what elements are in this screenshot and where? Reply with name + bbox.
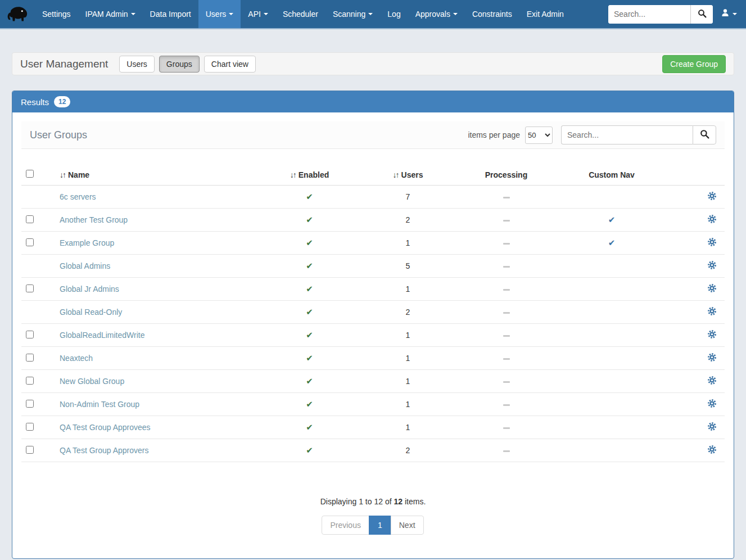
gear-icon[interactable] — [707, 306, 717, 316]
table-row: Global Admins✔5 — [21, 255, 725, 278]
nav-item-settings[interactable]: Settings — [35, 0, 78, 28]
group-name-link[interactable]: New Global Group — [60, 377, 124, 386]
global-search-input[interactable] — [608, 5, 690, 24]
actions-cell — [665, 324, 725, 347]
group-name-link[interactable]: Global Read-Only — [60, 308, 122, 317]
gear-icon[interactable] — [707, 260, 717, 270]
nav-item-label: Scanning — [333, 10, 365, 19]
users-count-cell: 5 — [361, 255, 454, 278]
group-name-link[interactable]: Neaxtech — [60, 354, 93, 363]
row-checkbox[interactable] — [26, 238, 34, 246]
processing-cell — [454, 255, 558, 278]
user-menu[interactable] — [721, 8, 737, 20]
gear-icon[interactable] — [707, 353, 717, 362]
page-title: User Management — [20, 58, 108, 70]
enabled-cell: ✔ — [257, 255, 361, 278]
group-name-link[interactable]: Global Jr Admins — [60, 284, 119, 293]
tab-chart-view[interactable]: Chart view — [204, 56, 256, 73]
gear-icon[interactable] — [707, 191, 717, 201]
actions-cell — [665, 370, 725, 393]
row-select-cell — [21, 416, 55, 439]
table-footer: Displaying 1 to 12 of 12 items. Previous… — [21, 497, 725, 535]
gear-icon[interactable] — [707, 214, 717, 224]
nav-item-api[interactable]: API — [241, 0, 275, 28]
actions-cell — [665, 347, 725, 370]
row-checkbox[interactable] — [26, 377, 34, 385]
row-checkbox[interactable] — [26, 400, 34, 408]
column-label: Enabled — [299, 170, 329, 179]
tab-users[interactable]: Users — [119, 56, 155, 73]
gear-icon[interactable] — [707, 399, 717, 408]
custom-nav-cell — [558, 324, 665, 347]
enabled-cell: ✔ — [257, 278, 361, 301]
gear-icon[interactable] — [707, 445, 717, 454]
tab-groups[interactable]: Groups — [159, 56, 200, 73]
group-name-cell: QA Test Group Approvees — [55, 416, 257, 439]
nav-item-scanning[interactable]: Scanning — [325, 0, 380, 28]
pagination-page-1[interactable]: 1 — [369, 516, 391, 535]
items-per-page-select[interactable]: 50 — [525, 127, 553, 144]
custom-nav-cell — [558, 278, 665, 301]
users-count-cell: 1 — [361, 370, 454, 393]
create-group-button[interactable]: Create Group — [662, 55, 726, 73]
gear-icon[interactable] — [707, 329, 717, 339]
processing-cell — [454, 324, 558, 347]
group-name-link[interactable]: Another Test Group — [60, 215, 128, 224]
gear-icon[interactable] — [707, 237, 717, 247]
table-search-input[interactable] — [561, 125, 693, 144]
group-name-link[interactable]: Non-Admin Test Group — [60, 400, 139, 409]
pagination-next[interactable]: Next — [391, 516, 424, 535]
processing-cell — [454, 209, 558, 232]
group-name-link[interactable]: GlobalReadLimitedWrite — [60, 331, 144, 340]
nav-item-data-import[interactable]: Data Import — [143, 0, 198, 28]
nav-item-ipam-admin[interactable]: IPAM Admin — [78, 0, 143, 28]
select-all-checkbox[interactable] — [26, 170, 34, 178]
row-checkbox[interactable] — [26, 331, 34, 338]
row-checkbox[interactable] — [26, 423, 34, 431]
navbar-right — [608, 0, 746, 28]
nav-item-constraints[interactable]: Constraints — [465, 0, 519, 28]
enabled-cell: ✔ — [257, 393, 361, 416]
results-panel-body: User Groups items per page 50 — [12, 112, 734, 558]
column-header-enabled[interactable]: ↓↑Enabled — [257, 164, 361, 186]
group-name-link[interactable]: Global Admins — [60, 261, 110, 270]
column-header-users[interactable]: ↓↑Users — [361, 164, 454, 186]
nav-item-users[interactable]: Users — [198, 0, 241, 28]
row-checkbox[interactable] — [26, 284, 34, 292]
group-name-cell: Global Admins — [55, 255, 257, 278]
group-name-link[interactable]: 6c servers — [60, 192, 96, 201]
nav-item-approvals[interactable]: Approvals — [408, 0, 465, 28]
row-checkbox[interactable] — [26, 215, 34, 223]
nav-item-exit-admin[interactable]: Exit Admin — [519, 0, 571, 28]
mammoth-logo-icon[interactable] — [0, 0, 35, 28]
nav-item-scheduler[interactable]: Scheduler — [275, 0, 325, 28]
column-header-name[interactable]: ↓↑Name — [55, 164, 257, 186]
table-row: Another Test Group✔2✔ — [21, 209, 725, 232]
table-title: User Groups — [30, 129, 87, 141]
global-search-button[interactable] — [690, 5, 713, 24]
table-row: New Global Group✔1 — [21, 370, 725, 393]
custom-nav-cell — [558, 393, 665, 416]
gear-icon[interactable] — [707, 376, 717, 385]
group-name-cell: New Global Group — [55, 370, 257, 393]
user-icon — [721, 8, 730, 20]
nav-item-log[interactable]: Log — [380, 0, 408, 28]
gear-icon[interactable] — [707, 283, 717, 293]
group-name-link[interactable]: QA Test Group Approvers — [60, 446, 149, 455]
row-select-cell — [21, 209, 55, 232]
group-name-link[interactable]: Example Group — [60, 238, 114, 247]
row-select-cell — [21, 324, 55, 347]
caret-down-icon — [131, 13, 135, 15]
custom-nav-check-icon: ✔ — [608, 238, 616, 247]
enabled-cell: ✔ — [257, 232, 361, 255]
row-checkbox[interactable] — [26, 354, 34, 362]
actions-cell — [665, 209, 725, 232]
table-search-button[interactable] — [693, 125, 716, 144]
gear-icon[interactable] — [707, 422, 717, 431]
row-checkbox[interactable] — [26, 446, 34, 454]
group-name-link[interactable]: QA Test Group Approvees — [60, 423, 151, 432]
nav-item-label: Settings — [42, 10, 71, 19]
pagination-previous[interactable]: Previous — [322, 516, 369, 535]
actions-cell — [665, 255, 725, 278]
enabled-cell: ✔ — [257, 347, 361, 370]
